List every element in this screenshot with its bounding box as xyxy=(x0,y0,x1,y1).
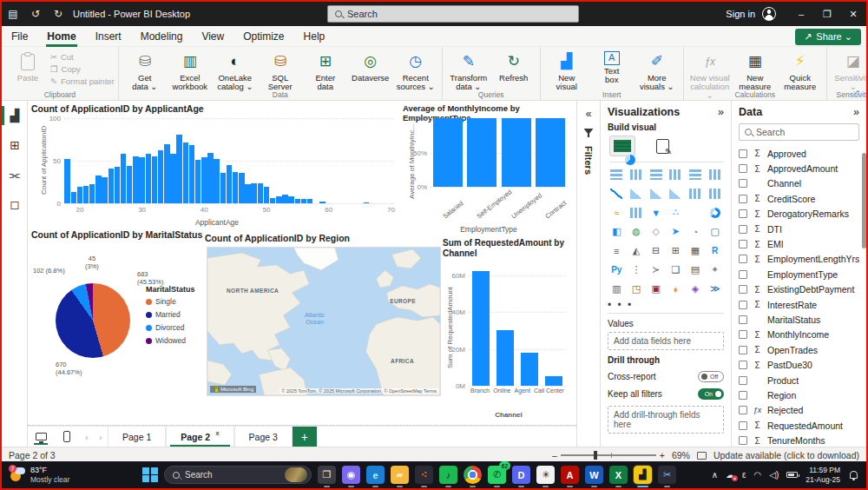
ribbon-onelakebutton[interactable]: ◐OneLake catalog ⌄ xyxy=(213,49,258,91)
hist-bar[interactable] xyxy=(264,187,269,203)
hist-bar[interactable] xyxy=(164,144,169,203)
line-and-stacked-column-chart-icon[interactable] xyxy=(687,187,705,200)
task-view-icon[interactable]: ❐ xyxy=(318,466,336,484)
histogram-chart-icon[interactable] xyxy=(628,206,646,219)
report-canvas[interactable]: Count of ApplicationID by ApplicantAge C… xyxy=(28,101,576,426)
stacked-bar-chart-icon[interactable] xyxy=(608,168,626,181)
field-checkbox[interactable] xyxy=(739,315,747,324)
emp-bar-contract[interactable] xyxy=(536,118,565,187)
close-button[interactable]: ✕ xyxy=(840,2,866,26)
ribbon-format-painter-button[interactable]: ✎Format painter xyxy=(50,76,115,86)
orange-app-icon[interactable]: ⁖ xyxy=(415,466,433,484)
page-tab-page-3[interactable]: Page 3 xyxy=(234,427,293,447)
cross-report-toggle[interactable]: Off xyxy=(698,371,724,382)
hist-bar[interactable] xyxy=(83,186,89,203)
q-and-a-icon[interactable]: ❑ xyxy=(667,263,685,276)
ribbon-sensitivitybutton[interactable]: ◪Sensitivity ⌄ xyxy=(831,49,868,91)
ribbon-recentbutton[interactable]: ◷Recent sources ⌄ xyxy=(393,49,438,91)
save-icon[interactable]: ▤ xyxy=(2,8,24,20)
field-checkbox[interactable] xyxy=(739,149,747,158)
donut-chart-icon[interactable] xyxy=(706,206,724,219)
field-employmentlengthyrs[interactable]: ΣEmploymentLengthYrs xyxy=(739,252,859,267)
hist-bar[interactable] xyxy=(108,169,114,203)
field-dti[interactable]: ΣDTI xyxy=(739,222,859,236)
legend-item-single[interactable]: Single xyxy=(146,297,195,306)
field-channel[interactable]: Channel xyxy=(739,176,859,191)
ribbon-sqlbutton[interactable]: ⛁SQL Server xyxy=(258,49,303,91)
word-icon[interactable]: W xyxy=(585,466,603,484)
clustered-bar-chart-icon[interactable] xyxy=(647,168,665,181)
hist-bar[interactable] xyxy=(176,135,181,203)
ribbon-cut-button[interactable]: ✂Cut xyxy=(50,52,115,62)
field-checkbox[interactable] xyxy=(739,391,747,400)
zoom-slider[interactable]: – + xyxy=(552,450,665,460)
field-checkbox[interactable] xyxy=(739,406,747,414)
key-influencers-icon[interactable]: ◈ xyxy=(687,282,705,295)
onedrive-icon[interactable]: ☁✕ xyxy=(726,470,734,480)
hist-bar[interactable] xyxy=(245,184,250,203)
emp-bar-unemployed[interactable] xyxy=(502,118,531,187)
field-maritalstatus[interactable]: MaritalStatus xyxy=(739,312,859,327)
menu-tab-insert[interactable]: Insert xyxy=(86,28,131,45)
line-chart-icon[interactable] xyxy=(608,187,626,200)
collapse-visualizations-icon[interactable]: » xyxy=(718,106,724,118)
visual-employment-bar[interactable]: Average of MonthlyIncome by EmploymentTy… xyxy=(403,103,575,235)
field-interestrate[interactable]: ΣInterestRate xyxy=(739,297,859,312)
desktop-layout-icon[interactable] xyxy=(28,427,54,447)
snipping-tool-icon[interactable]: ✂ xyxy=(658,466,676,484)
field-emi[interactable]: ΣEMI xyxy=(739,236,859,251)
dax-query-view-icon[interactable]: ◻ xyxy=(2,189,28,219)
channel-bar-agent[interactable] xyxy=(521,353,538,386)
field-region[interactable]: Region xyxy=(739,387,859,402)
field-creditscore[interactable]: ΣCreditScore xyxy=(739,191,859,206)
field-checkbox[interactable] xyxy=(739,285,747,294)
menu-tab-view[interactable]: View xyxy=(192,28,233,45)
file-explorer-icon[interactable]: ▰ xyxy=(391,466,409,484)
field-approvedamount[interactable]: ΣApprovedAmount xyxy=(739,161,859,175)
ribbon-textbutton[interactable]: AText box xyxy=(589,49,635,84)
update-available-link[interactable]: Update available (click to download) xyxy=(713,450,859,460)
hist-bar[interactable] xyxy=(189,145,194,203)
field-checkbox[interactable] xyxy=(739,255,747,263)
field-checkbox[interactable] xyxy=(739,240,747,248)
channel-bar-branch[interactable] xyxy=(472,271,490,386)
hist-bar[interactable] xyxy=(207,153,213,203)
calendar-visual-icon[interactable]: ◳ xyxy=(628,282,646,295)
keep-all-filters-toggle[interactable]: On xyxy=(698,388,724,400)
notification-bell-icon[interactable] xyxy=(850,471,858,479)
start-button[interactable] xyxy=(142,467,158,483)
data-search-input[interactable]: Search xyxy=(739,123,859,141)
taskbar-clock[interactable]: 11:59 PM21-Aug-25 xyxy=(806,466,840,484)
fit-to-page-icon[interactable] xyxy=(697,452,707,460)
volume-icon[interactable]: ◁) xyxy=(769,470,779,480)
sign-in-link[interactable]: Sign in xyxy=(726,9,755,19)
whatsapp-icon[interactable]: ✆62 xyxy=(488,466,506,484)
hist-bar[interactable] xyxy=(89,184,95,203)
hist-bar[interactable] xyxy=(319,202,325,203)
scatter-chart-icon[interactable]: ∴ xyxy=(667,206,685,219)
visual-marital-pie[interactable]: Count of ApplicationID by MaritalStatus … xyxy=(31,229,205,403)
matrix-icon[interactable]: ▦ xyxy=(687,244,705,257)
account-avatar[interactable] xyxy=(762,7,776,21)
wifi-icon[interactable]: ◠ xyxy=(754,470,762,480)
report-view-icon[interactable]: ▟ xyxy=(2,101,28,130)
bing-map[interactable]: NORTH AMERICA EUROPE AFRICA Atlantic Oce… xyxy=(207,247,441,396)
minimize-button[interactable]: – xyxy=(788,2,814,26)
restore-button[interactable]: ❐ xyxy=(814,2,840,26)
titlebar-search-input[interactable]: Search xyxy=(327,5,579,23)
field-checkbox[interactable] xyxy=(739,421,747,430)
field-pastdue30[interactable]: ΣPastDue30 xyxy=(739,357,859,372)
next-page-icon[interactable]: › xyxy=(94,427,108,447)
legend-item-widowed[interactable]: Widowed xyxy=(146,336,195,345)
line-and-clustered-column-chart-icon[interactable] xyxy=(706,187,724,200)
field-checkbox[interactable] xyxy=(739,195,747,203)
spotify-icon[interactable]: ♪ xyxy=(439,466,457,484)
hist-bar[interactable] xyxy=(139,157,144,203)
100-stacked-bar-chart-icon[interactable] xyxy=(687,168,705,181)
weather-widget[interactable]: 7 83°FMostly clear xyxy=(2,466,132,484)
hist-bar[interactable] xyxy=(233,172,238,203)
hist-bar[interactable] xyxy=(227,165,232,203)
hist-bar[interactable] xyxy=(77,187,82,203)
hist-bar[interactable] xyxy=(115,167,120,203)
field-checkbox[interactable] xyxy=(739,209,747,218)
